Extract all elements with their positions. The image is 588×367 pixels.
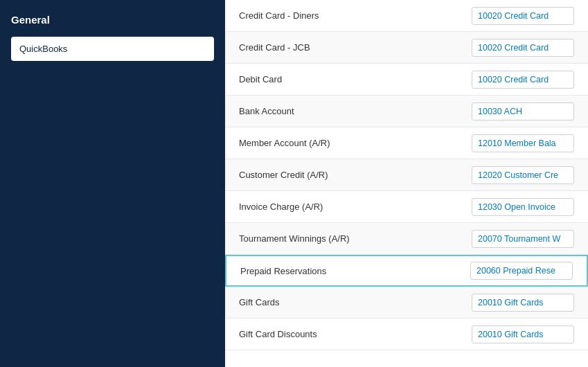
row-value-box[interactable]: 20060 Prepaid Rese (470, 262, 573, 280)
row-label: Gift Cards (239, 297, 472, 307)
row-value-box[interactable]: 10020 Credit Card (472, 7, 574, 25)
row-value-box[interactable]: 12020 Customer Cre (472, 166, 574, 184)
table-row[interactable]: Member Account (A/R)12010 Member Bala (225, 127, 588, 159)
row-value-box[interactable]: 20010 Gift Cards (472, 325, 574, 343)
sidebar: General (0, 0, 225, 367)
table-row[interactable]: Bank Account10030 ACH (225, 96, 588, 127)
row-value-box[interactable]: 20070 Tournament W (472, 230, 574, 248)
sidebar-title: General (11, 14, 214, 26)
row-value-box[interactable]: 10020 Credit Card (472, 39, 574, 57)
row-label: Credit Card - Diners (239, 10, 472, 21)
quickbooks-input[interactable] (11, 37, 214, 61)
row-label: Customer Credit (A/R) (239, 170, 472, 180)
row-label: Member Account (A/R) (239, 138, 472, 148)
row-label: Bank Account (239, 106, 472, 116)
row-label: Tournament Winnings (A/R) (239, 233, 472, 244)
table-row[interactable]: Prepaid Reservations20060 Prepaid Rese (225, 255, 588, 287)
table-row[interactable]: Credit Card - JCB10020 Credit Card (225, 32, 588, 64)
table-row[interactable]: Invoice Charge (A/R)12030 Open Invoice (225, 191, 588, 223)
table-row[interactable]: Gift Cards20010 Gift Cards (225, 287, 588, 319)
table-row[interactable]: Gift Card Discounts20010 Gift Cards (225, 319, 588, 350)
row-label: Credit Card - JCB (239, 42, 472, 53)
row-value-box[interactable]: 20010 Gift Cards (472, 294, 574, 312)
row-label: Gift Card Discounts (239, 329, 472, 339)
row-label: Prepaid Reservations (240, 266, 470, 276)
row-value-box[interactable]: 12030 Open Invoice (472, 198, 574, 216)
row-label: Invoice Charge (A/R) (239, 202, 472, 212)
row-label: Debit Card (239, 74, 472, 84)
table-row[interactable]: Customer Credit (A/R)12020 Customer Cre (225, 159, 588, 191)
table-row[interactable]: Debit Card10020 Credit Card (225, 64, 588, 96)
row-value-box[interactable]: 12010 Member Bala (472, 134, 574, 152)
main-content: Credit Card - Diners10020 Credit CardCre… (225, 0, 588, 367)
table-row[interactable]: Tournament Winnings (A/R)20070 Tournamen… (225, 223, 588, 255)
row-value-box[interactable]: 10030 ACH (472, 102, 574, 120)
row-value-box[interactable]: 10020 Credit Card (472, 71, 574, 89)
table-row[interactable]: Credit Card - Diners10020 Credit Card (225, 0, 588, 32)
